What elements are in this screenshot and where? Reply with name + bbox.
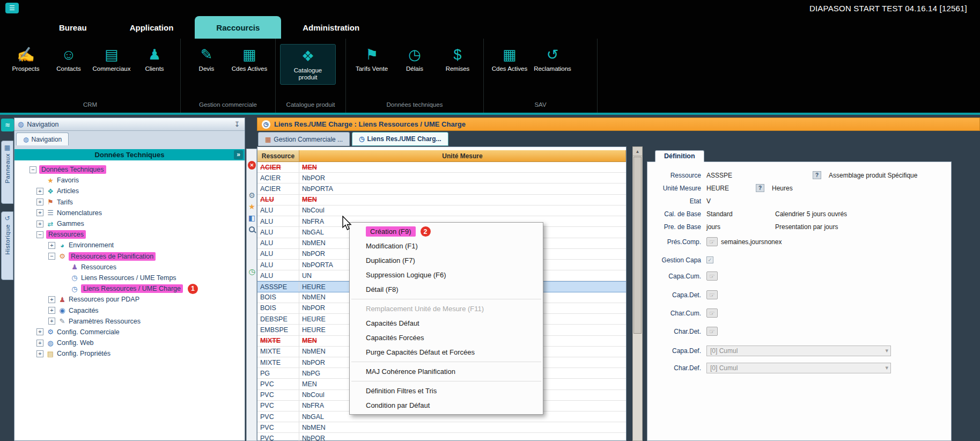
select-char-def[interactable]: [0] Cumul▾: [706, 363, 891, 373]
context-menu-item-duplication-f7[interactable]: Duplication (F7): [350, 253, 543, 268]
field-label: Char.Def.: [647, 364, 706, 372]
menu-tab-application[interactable]: Application: [108, 16, 195, 39]
mini-refresh-time-icon[interactable]: ◷: [248, 267, 256, 276]
tree-item-ressources-pour-pdap[interactable]: +♟Ressources pour PDAP: [14, 294, 245, 305]
field-label: Char.Det.: [647, 328, 706, 335]
tree-expander[interactable]: +: [48, 296, 55, 303]
tree-expander[interactable]: −: [30, 166, 36, 173]
tree-expander[interactable]: +: [48, 307, 55, 314]
tree-item-ressources[interactable]: ♟Ressources: [14, 262, 245, 273]
tab-navigation[interactable]: ◍ Navigation: [16, 133, 69, 145]
ribbon-button-catalogue-produit[interactable]: ❖Catalogue produit: [280, 44, 336, 85]
context-menu-item-capacites-defaut[interactable]: Capacités Défaut: [350, 316, 543, 330]
context-menu-item-purge-capacites-defaut-et-forcees[interactable]: Purge Capacités Défaut et Forcées: [350, 345, 543, 359]
table-row[interactable]: ALUNbCoul: [257, 205, 626, 216]
panels-launcher-icon[interactable]: ≋: [1, 119, 14, 131]
ribbon-button-contacts[interactable]: ☺Contacts: [47, 45, 90, 72]
tree-expander[interactable]: +: [48, 318, 55, 325]
column-header-ressource[interactable]: Ressource: [257, 150, 299, 161]
table-row[interactable]: ACIERMEN: [257, 162, 626, 173]
ribbon-button-cdes-actives[interactable]: ▦Cdes Actives: [488, 45, 531, 72]
menu-tab-raccourcis[interactable]: Raccourcis: [195, 16, 281, 39]
ribbon-button-commerciaux[interactable]: ▤Commerciaux: [90, 45, 133, 72]
context-menu-item-suppression-logique-f6[interactable]: Suppression Logique (F6): [350, 268, 543, 282]
select-capa-def[interactable]: [0] Cumul▾: [706, 346, 891, 356]
hand-button[interactable]: ☞: [706, 308, 718, 318]
tab-gestion-commerciale[interactable]: ▦Gestion Commerciale ...: [258, 132, 350, 146]
tree-item-parametres-ressources[interactable]: +✎Paramètres Ressources: [14, 316, 245, 327]
tree-item-config-commerciale[interactable]: +⚙Config. Commerciale: [14, 327, 245, 337]
tree-expander[interactable]: +: [36, 350, 43, 357]
pin-icon[interactable]: ↧: [233, 120, 241, 128]
context-menu-item-detail-f8[interactable]: Détail (F8): [350, 282, 543, 297]
app-logo-icon[interactable]: ☰: [5, 3, 19, 13]
mini-favorite-icon[interactable]: ★: [248, 202, 256, 211]
hand-button[interactable]: ☞: [706, 327, 718, 336]
tree-item-ressources-de-planification[interactable]: −⚙Ressources de Planification: [14, 251, 245, 262]
ribbon-button-cdes-actives[interactable]: ▦Cdes Actives: [228, 45, 271, 72]
context-menu-item-label: Suppression Logique (F6): [366, 271, 446, 279]
tree-expander[interactable]: −: [48, 253, 55, 260]
tree-item-favoris[interactable]: ★Favoris: [14, 175, 245, 186]
mini-search-icon[interactable]: [248, 225, 256, 233]
help-button[interactable]: ?: [756, 184, 764, 192]
table-row[interactable]: ACIERNbPOR: [257, 173, 626, 183]
help-button[interactable]: ?: [813, 171, 821, 179]
ribbon-button-tarifs-vente[interactable]: ⚑Tarifs Vente: [350, 45, 393, 72]
mini-settings-icon[interactable]: ⚙: [248, 191, 256, 200]
tab-liens-res-ume-charg[interactable]: ◷Liens Res./UME Charg...: [352, 132, 448, 146]
context-menu-item-definition-filtres-et-tris[interactable]: Définition Filtres et Tris: [350, 384, 543, 398]
tree-item-donnees-techniques[interactable]: −Données Techniques: [14, 164, 245, 175]
tree-expander[interactable]: +: [36, 220, 43, 227]
column-header-unite-mesure[interactable]: Unité Mesure: [299, 150, 626, 161]
hand-button[interactable]: ☞: [706, 290, 718, 299]
ribbon-button-delais[interactable]: ◷Délais: [393, 45, 436, 72]
context-menu-item-capacites-forcees[interactable]: Capacités Forcées: [350, 330, 543, 345]
scroll-up-arrow-icon[interactable]: ▲: [633, 147, 642, 156]
hand-button[interactable]: ☞: [706, 271, 718, 281]
context-menu-item-condition-par-defaut[interactable]: Condition par Défaut: [350, 398, 543, 413]
tree-expander[interactable]: +: [36, 340, 43, 347]
menu-tab-bureau[interactable]: Bureau: [38, 16, 108, 39]
tree-item-ressources[interactable]: −Ressources: [14, 229, 245, 240]
tree-item-capacites[interactable]: +◉Capacités: [14, 305, 245, 315]
tree-item-articles[interactable]: +❖Articles: [14, 186, 245, 196]
side-tab-historique[interactable]: ↺Historique: [1, 211, 13, 280]
tree-item-environnement[interactable]: +◕Environnement: [14, 240, 245, 251]
vertical-scrollbar[interactable]: ▲: [632, 146, 643, 441]
side-tab-panneaux[interactable]: ▦Panneaux: [1, 141, 13, 204]
ribbon-button-reclamations[interactable]: ↺Reclamations: [531, 45, 574, 72]
ribbon-button-prospects[interactable]: ✍Prospects: [4, 45, 47, 72]
context-menu-item-modification-f1[interactable]: Modification (F1): [350, 239, 543, 253]
tree-expander[interactable]: +: [36, 328, 43, 335]
tree-item-liens-ressources-ume-temps[interactable]: ◷Liens Ressources / UME Temps: [14, 273, 245, 283]
table-row[interactable]: ALUMEN: [257, 195, 626, 205]
tree-expander[interactable]: +: [36, 199, 43, 205]
ribbon-button-remises[interactable]: $Remises: [436, 45, 479, 72]
tree-expander[interactable]: +: [48, 242, 55, 249]
gestion-capa-checkbox[interactable]: ✓: [706, 256, 713, 263]
ribbon-button-devis[interactable]: ✎Devis: [185, 45, 228, 72]
tree-item-gammes[interactable]: +⇄Gammes: [14, 218, 245, 229]
mini-close-icon[interactable]: ✕: [248, 161, 256, 170]
tree-item-config-web[interactable]: +◍Config. Web: [14, 337, 245, 348]
tree-item-liens-ressources-ume-charge[interactable]: ◷Liens Ressources / UME Charge1: [14, 283, 245, 294]
hand-button[interactable]: ☞: [706, 237, 718, 246]
collapse-panel-button[interactable]: »: [234, 150, 243, 159]
context-menu-item-creation-f9[interactable]: Création (F9)2: [350, 224, 543, 239]
tree-item-tarifs[interactable]: +⚑Tarifs: [14, 197, 245, 208]
tree-expander[interactable]: +: [36, 188, 43, 195]
tree-expander[interactable]: +: [36, 209, 43, 216]
table-row[interactable]: PVCNbMEN: [257, 422, 626, 433]
tree-item-config-proprietes[interactable]: +▤Config. Propriétés: [14, 348, 245, 359]
ribbon-button-clients[interactable]: ♟Clients: [133, 45, 176, 72]
table-row[interactable]: ACIERNbPORTA: [257, 183, 626, 194]
menu-tab-administration[interactable]: Administration: [281, 16, 381, 39]
tree-item-nomenclatures[interactable]: +☰Nomenclatures: [14, 208, 245, 218]
tree-expander[interactable]: −: [36, 231, 43, 238]
table-row[interactable]: PVCNbPOR: [257, 433, 626, 441]
tab-definition[interactable]: Définition: [655, 150, 704, 162]
mini-panel-icon[interactable]: ◧: [248, 214, 256, 222]
scrollbar-thumb[interactable]: [633, 157, 642, 334]
context-menu-item-maj-coherence-planification[interactable]: MAJ Cohérence Planification: [350, 364, 543, 379]
